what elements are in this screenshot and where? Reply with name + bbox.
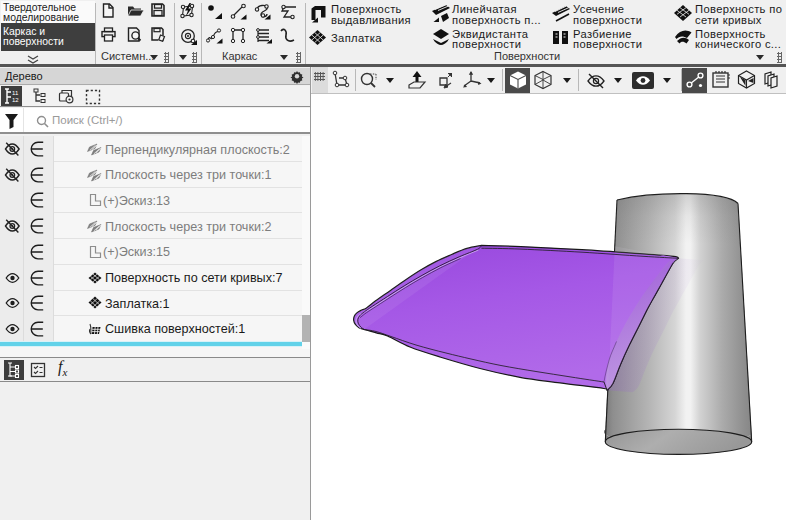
svg-text:12: 12 bbox=[12, 97, 19, 103]
svg-text:11: 11 bbox=[12, 90, 19, 96]
